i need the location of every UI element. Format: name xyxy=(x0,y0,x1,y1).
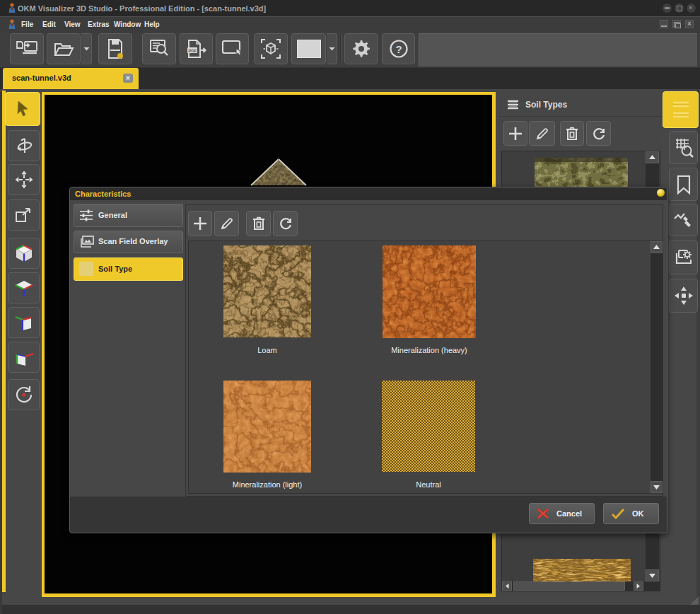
svg-text:PDF: PDF xyxy=(188,49,197,53)
svg-text:?: ? xyxy=(395,43,402,55)
